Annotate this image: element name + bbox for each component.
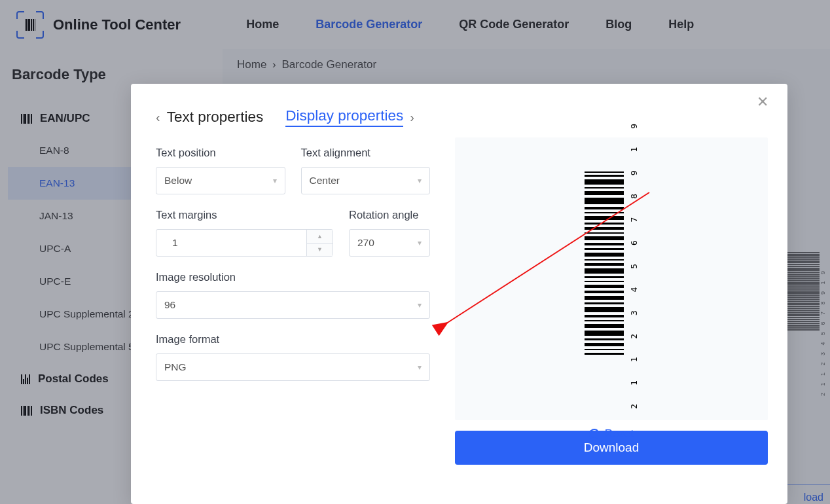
tab-label: Display properties bbox=[285, 107, 403, 127]
tab-display-properties[interactable]: Display properties › bbox=[285, 107, 414, 127]
svg-rect-13 bbox=[585, 243, 624, 245]
number-stepper: ▲ ▼ bbox=[306, 230, 333, 256]
chevron-down-icon: ▾ bbox=[418, 363, 422, 372]
select-value: Center bbox=[310, 175, 340, 187]
tab-label: Text properties bbox=[167, 109, 264, 126]
field-label: Image resolution bbox=[156, 271, 430, 283]
select-value: 270 bbox=[357, 237, 374, 249]
svg-rect-4 bbox=[585, 191, 624, 195]
stepper-up-button[interactable]: ▲ bbox=[307, 230, 333, 243]
svg-rect-10 bbox=[585, 227, 624, 230]
display-properties-modal: ✕ ‹ Text properties Display properties ›… bbox=[131, 84, 787, 504]
svg-rect-25 bbox=[585, 307, 624, 312]
image-resolution-select[interactable]: 96 ▾ bbox=[156, 291, 430, 319]
stepper-down-button[interactable]: ▼ bbox=[307, 243, 333, 257]
field-label: Image format bbox=[156, 333, 430, 346]
svg-rect-14 bbox=[585, 248, 624, 250]
reset-icon bbox=[589, 429, 600, 439]
tab-text-properties[interactable]: ‹ Text properties bbox=[156, 109, 263, 126]
svg-rect-23 bbox=[585, 296, 624, 300]
close-button[interactable]: ✕ bbox=[753, 93, 772, 111]
svg-rect-3 bbox=[585, 187, 624, 189]
chevron-down-icon: ▾ bbox=[273, 176, 277, 185]
svg-rect-29 bbox=[585, 331, 624, 336]
barcode-preview-image: 2 1 1 2 3 4 5 6 7 8 9 1 9 bbox=[585, 117, 639, 409]
select-value: PNG bbox=[164, 361, 187, 373]
chevron-left-icon: ‹ bbox=[156, 110, 160, 125]
svg-rect-2 bbox=[585, 179, 624, 185]
svg-rect-27 bbox=[585, 320, 624, 321]
chevron-down-icon: ▾ bbox=[418, 300, 422, 310]
close-icon: ✕ bbox=[757, 94, 768, 111]
select-value: 96 bbox=[164, 299, 175, 311]
field-label: Text alignment bbox=[301, 147, 431, 159]
text-margins-value[interactable] bbox=[164, 230, 306, 256]
svg-rect-24 bbox=[585, 302, 624, 304]
field-text-position: Text position Below ▾ bbox=[156, 147, 285, 194]
chevron-right-icon: › bbox=[410, 110, 414, 125]
modal-preview-panel: 2 1 1 2 3 4 5 6 7 8 9 1 9 Reset Download bbox=[455, 84, 787, 504]
image-format-select[interactable]: PNG ▾ bbox=[156, 353, 430, 381]
barcode-digits: 2 1 1 2 3 4 5 6 7 8 9 1 9 bbox=[629, 117, 639, 409]
svg-rect-15 bbox=[585, 253, 624, 257]
chevron-down-icon: ▾ bbox=[418, 176, 422, 185]
modal-tabs: ‹ Text properties Display properties › bbox=[156, 107, 430, 127]
field-text-margins: Text margins ▲ ▼ bbox=[156, 209, 333, 257]
svg-rect-32 bbox=[585, 349, 624, 350]
svg-rect-20 bbox=[585, 281, 624, 282]
text-margins-input[interactable]: ▲ ▼ bbox=[156, 229, 333, 257]
text-alignment-select[interactable]: Center ▾ bbox=[301, 167, 431, 194]
text-position-select[interactable]: Below ▾ bbox=[156, 167, 285, 194]
svg-rect-5 bbox=[585, 198, 624, 204]
svg-rect-21 bbox=[585, 285, 624, 288]
svg-rect-26 bbox=[585, 315, 624, 317]
svg-rect-31 bbox=[585, 343, 624, 346]
svg-rect-12 bbox=[585, 236, 624, 240]
chevron-down-icon: ▾ bbox=[418, 238, 422, 247]
svg-rect-6 bbox=[585, 207, 624, 209]
field-label: Text margins bbox=[156, 209, 333, 221]
select-value: Below bbox=[164, 175, 192, 187]
svg-rect-30 bbox=[585, 338, 624, 340]
svg-rect-33 bbox=[585, 353, 624, 355]
field-image-format: Image format PNG ▾ bbox=[156, 333, 430, 381]
field-label: Rotation angle bbox=[349, 209, 430, 221]
svg-rect-7 bbox=[585, 212, 624, 213]
svg-rect-22 bbox=[585, 291, 624, 293]
modal-form: ‹ Text properties Display properties › T… bbox=[131, 84, 455, 504]
barcode-preview: 2 1 1 2 3 4 5 6 7 8 9 1 9 Reset bbox=[455, 137, 768, 420]
reset-label: Reset bbox=[605, 427, 634, 441]
barcode-graphic bbox=[585, 171, 624, 355]
svg-rect-19 bbox=[585, 276, 624, 278]
svg-rect-8 bbox=[585, 216, 624, 220]
svg-rect-28 bbox=[585, 324, 624, 328]
svg-rect-0 bbox=[585, 171, 624, 173]
field-text-alignment: Text alignment Center ▾ bbox=[301, 147, 431, 194]
svg-rect-16 bbox=[585, 259, 624, 261]
field-image-resolution: Image resolution 96 ▾ bbox=[156, 271, 430, 319]
svg-rect-9 bbox=[585, 223, 624, 225]
svg-rect-1 bbox=[585, 175, 624, 177]
svg-rect-18 bbox=[585, 268, 624, 274]
rotation-angle-select[interactable]: 270 ▾ bbox=[349, 229, 430, 257]
field-label: Text position bbox=[156, 147, 285, 159]
svg-rect-17 bbox=[585, 263, 624, 266]
reset-button[interactable]: Reset bbox=[589, 427, 634, 441]
field-rotation-angle: Rotation angle 270 ▾ bbox=[349, 209, 430, 257]
svg-rect-11 bbox=[585, 232, 624, 234]
